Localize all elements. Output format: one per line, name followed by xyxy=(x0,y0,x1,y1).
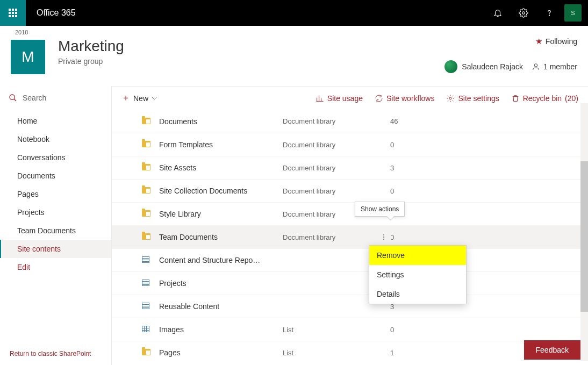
bell-icon xyxy=(493,8,503,18)
table-row[interactable]: PagesList1 xyxy=(112,341,588,364)
site-title[interactable]: Marketing xyxy=(58,38,124,55)
svg-rect-1 xyxy=(12,9,14,11)
refresh-icon xyxy=(375,94,383,103)
help-button[interactable] xyxy=(536,0,562,26)
svg-rect-6 xyxy=(9,15,11,17)
owner-name: Salaudeen Rajack xyxy=(462,62,523,71)
nav-item[interactable]: Edit xyxy=(0,258,111,276)
ellipsis-icon xyxy=(380,233,388,241)
table-row[interactable]: Reusable Content3 xyxy=(112,295,588,318)
new-button[interactable]: ＋ New xyxy=(121,92,157,104)
folder-icon xyxy=(142,210,153,218)
nav-item[interactable]: Team Documents xyxy=(0,221,111,240)
row-name[interactable]: Projects xyxy=(159,279,283,288)
svg-rect-0 xyxy=(9,9,11,11)
site-settings-button[interactable]: Site settings xyxy=(446,94,499,103)
settings-button[interactable] xyxy=(511,0,536,26)
nav-item[interactable]: Projects xyxy=(0,203,111,221)
star-icon: ★ xyxy=(535,37,542,46)
nav-item[interactable]: Pages xyxy=(0,185,111,203)
following-label: Following xyxy=(546,37,577,46)
site-usage-button[interactable]: Site usage xyxy=(315,94,363,103)
table-row[interactable]: Form TemplatesDocument library0 xyxy=(112,133,588,156)
folder-icon xyxy=(142,117,153,126)
members-count: 1 member xyxy=(543,62,577,71)
scrollbar-thumb[interactable] xyxy=(580,161,588,312)
classic-sharepoint-link[interactable]: Return to classic SharePoint xyxy=(0,342,111,365)
row-name[interactable]: Pages xyxy=(159,348,283,357)
waffle-icon xyxy=(9,9,17,17)
nav-item[interactable]: Notebook xyxy=(0,130,111,148)
svg-point-17 xyxy=(383,239,384,240)
row-name[interactable]: Site Assets xyxy=(159,163,283,172)
row-name[interactable]: Documents xyxy=(159,117,283,126)
row-type: Document library xyxy=(283,117,390,125)
row-name[interactable]: Form Templates xyxy=(159,140,283,149)
svg-point-14 xyxy=(449,97,451,99)
row-count: 1 xyxy=(390,349,433,357)
table-row[interactable]: Team DocumentsDocument library0 xyxy=(112,225,588,248)
suite-brand[interactable]: Office 365 xyxy=(37,8,76,18)
row-count: 46 xyxy=(390,117,433,125)
row-name[interactable]: Content and Structure Repo… xyxy=(159,256,283,264)
table-row[interactable]: Content and Structure Repo…7 xyxy=(112,248,588,271)
table-row[interactable]: DocumentsDocument library46 xyxy=(112,110,588,133)
row-name[interactable]: Style Library xyxy=(159,210,283,218)
notifications-button[interactable] xyxy=(485,0,511,26)
site-settings-label: Site settings xyxy=(458,94,499,103)
row-type: Document library xyxy=(283,187,390,195)
row-name[interactable]: Reusable Content xyxy=(159,302,283,311)
nav-item[interactable]: Documents xyxy=(0,167,111,185)
svg-rect-2 xyxy=(15,9,17,11)
row-type: Document library xyxy=(283,233,390,241)
search-input[interactable]: Search xyxy=(0,86,111,110)
site-workflows-label: Site workflows xyxy=(386,94,434,103)
table-row[interactable]: Projects0 xyxy=(112,271,588,295)
table-row[interactable]: Style LibraryDocument library628 xyxy=(112,202,588,225)
new-label: New xyxy=(133,94,148,103)
ctx-settings[interactable]: Settings xyxy=(369,265,466,284)
command-bar: ＋ New Site usage Site workflows Site set… xyxy=(112,86,588,110)
feedback-button[interactable]: Feedback xyxy=(524,340,580,360)
user-avatar[interactable]: S xyxy=(564,4,582,22)
chart-icon xyxy=(315,94,324,103)
row-type: List xyxy=(283,349,390,357)
site-year: 2018 xyxy=(15,29,28,35)
nav-item[interactable]: Site contents xyxy=(0,240,111,258)
following-button[interactable]: ★ Following xyxy=(444,37,577,46)
app-launcher-button[interactable] xyxy=(0,0,26,26)
site-logo[interactable]: M xyxy=(11,40,45,74)
table-row[interactable]: Site Collection DocumentsDocument librar… xyxy=(112,179,588,202)
ctx-remove[interactable]: Remove xyxy=(369,246,466,265)
svg-rect-4 xyxy=(12,12,14,14)
row-count: 0 xyxy=(390,187,433,195)
svg-rect-8 xyxy=(15,15,17,17)
site-header: 2018 M Marketing Private group ★ Followi… xyxy=(0,26,588,86)
left-nav: Search HomeNotebookConversationsDocument… xyxy=(0,86,112,365)
folder-icon xyxy=(142,140,153,149)
row-type: List xyxy=(283,326,390,334)
row-name[interactable]: Team Documents xyxy=(159,233,283,241)
row-name[interactable]: Site Collection Documents xyxy=(159,187,283,195)
ctx-details[interactable]: Details xyxy=(369,284,466,304)
question-icon xyxy=(544,8,554,18)
recycle-bin-button[interactable]: Recycle bin (20) xyxy=(511,94,578,103)
folder-icon xyxy=(142,348,153,357)
suite-topbar: Office 365 S xyxy=(0,0,588,26)
site-workflows-button[interactable]: Site workflows xyxy=(375,94,434,103)
gear-icon xyxy=(446,94,455,103)
plus-icon: ＋ xyxy=(121,92,130,104)
table-row[interactable]: Site AssetsDocument library3 xyxy=(112,156,588,179)
svg-point-12 xyxy=(10,95,15,99)
nav-item[interactable]: Conversations xyxy=(0,148,111,167)
site-owner[interactable]: Salaudeen Rajack xyxy=(444,60,523,73)
owner-avatar-icon xyxy=(444,60,457,73)
members-link[interactable]: 1 member xyxy=(532,62,577,71)
trash-icon xyxy=(511,94,520,103)
row-name[interactable]: Images xyxy=(159,325,283,334)
table-row[interactable]: ImagesList0 xyxy=(112,318,588,341)
list-icon xyxy=(142,279,153,288)
list-icon xyxy=(142,302,153,311)
row-actions-button[interactable] xyxy=(376,230,391,245)
nav-item[interactable]: Home xyxy=(0,112,111,130)
